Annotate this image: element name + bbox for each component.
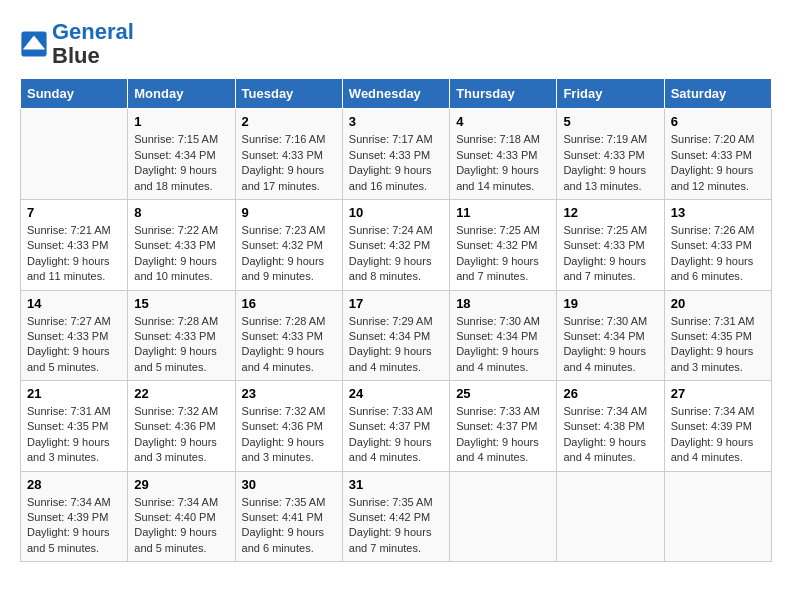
calendar-cell: 11 Sunrise: 7:25 AM Sunset: 4:32 PM Dayl… xyxy=(450,199,557,290)
day-number: 26 xyxy=(563,386,657,401)
calendar-cell: 18 Sunrise: 7:30 AM Sunset: 4:34 PM Dayl… xyxy=(450,290,557,381)
day-header-saturday: Saturday xyxy=(664,79,771,109)
calendar-cell: 25 Sunrise: 7:33 AM Sunset: 4:37 PM Dayl… xyxy=(450,381,557,472)
day-number: 4 xyxy=(456,114,550,129)
calendar-cell: 24 Sunrise: 7:33 AM Sunset: 4:37 PM Dayl… xyxy=(342,381,449,472)
calendar-cell xyxy=(557,471,664,562)
calendar-cell xyxy=(21,109,128,200)
calendar-cell xyxy=(664,471,771,562)
calendar-cell: 22 Sunrise: 7:32 AM Sunset: 4:36 PM Dayl… xyxy=(128,381,235,472)
calendar-cell: 3 Sunrise: 7:17 AM Sunset: 4:33 PM Dayli… xyxy=(342,109,449,200)
calendar-cell: 1 Sunrise: 7:15 AM Sunset: 4:34 PM Dayli… xyxy=(128,109,235,200)
calendar-week-2: 7 Sunrise: 7:21 AM Sunset: 4:33 PM Dayli… xyxy=(21,199,772,290)
page-header: General Blue xyxy=(20,20,772,68)
calendar-cell: 9 Sunrise: 7:23 AM Sunset: 4:32 PM Dayli… xyxy=(235,199,342,290)
day-number: 11 xyxy=(456,205,550,220)
day-number: 7 xyxy=(27,205,121,220)
logo-icon xyxy=(20,30,48,58)
calendar-cell: 8 Sunrise: 7:22 AM Sunset: 4:33 PM Dayli… xyxy=(128,199,235,290)
day-number: 9 xyxy=(242,205,336,220)
calendar-week-3: 14 Sunrise: 7:27 AM Sunset: 4:33 PM Dayl… xyxy=(21,290,772,381)
day-number: 20 xyxy=(671,296,765,311)
day-info: Sunrise: 7:17 AM Sunset: 4:33 PM Dayligh… xyxy=(349,132,443,194)
day-number: 16 xyxy=(242,296,336,311)
logo: General Blue xyxy=(20,20,134,68)
calendar-week-1: 1 Sunrise: 7:15 AM Sunset: 4:34 PM Dayli… xyxy=(21,109,772,200)
day-number: 29 xyxy=(134,477,228,492)
day-info: Sunrise: 7:16 AM Sunset: 4:33 PM Dayligh… xyxy=(242,132,336,194)
day-number: 15 xyxy=(134,296,228,311)
day-info: Sunrise: 7:32 AM Sunset: 4:36 PM Dayligh… xyxy=(242,404,336,466)
day-number: 27 xyxy=(671,386,765,401)
day-number: 25 xyxy=(456,386,550,401)
calendar-cell: 30 Sunrise: 7:35 AM Sunset: 4:41 PM Dayl… xyxy=(235,471,342,562)
day-number: 10 xyxy=(349,205,443,220)
day-info: Sunrise: 7:35 AM Sunset: 4:42 PM Dayligh… xyxy=(349,495,443,557)
day-info: Sunrise: 7:31 AM Sunset: 4:35 PM Dayligh… xyxy=(27,404,121,466)
calendar-body: 1 Sunrise: 7:15 AM Sunset: 4:34 PM Dayli… xyxy=(21,109,772,562)
calendar-cell: 28 Sunrise: 7:34 AM Sunset: 4:39 PM Dayl… xyxy=(21,471,128,562)
day-info: Sunrise: 7:34 AM Sunset: 4:39 PM Dayligh… xyxy=(27,495,121,557)
day-info: Sunrise: 7:35 AM Sunset: 4:41 PM Dayligh… xyxy=(242,495,336,557)
day-info: Sunrise: 7:26 AM Sunset: 4:33 PM Dayligh… xyxy=(671,223,765,285)
day-header-thursday: Thursday xyxy=(450,79,557,109)
calendar-cell: 31 Sunrise: 7:35 AM Sunset: 4:42 PM Dayl… xyxy=(342,471,449,562)
day-info: Sunrise: 7:20 AM Sunset: 4:33 PM Dayligh… xyxy=(671,132,765,194)
calendar-cell: 27 Sunrise: 7:34 AM Sunset: 4:39 PM Dayl… xyxy=(664,381,771,472)
day-info: Sunrise: 7:24 AM Sunset: 4:32 PM Dayligh… xyxy=(349,223,443,285)
calendar-cell: 17 Sunrise: 7:29 AM Sunset: 4:34 PM Dayl… xyxy=(342,290,449,381)
day-number: 23 xyxy=(242,386,336,401)
calendar-week-4: 21 Sunrise: 7:31 AM Sunset: 4:35 PM Dayl… xyxy=(21,381,772,472)
day-info: Sunrise: 7:19 AM Sunset: 4:33 PM Dayligh… xyxy=(563,132,657,194)
day-number: 2 xyxy=(242,114,336,129)
calendar-cell: 10 Sunrise: 7:24 AM Sunset: 4:32 PM Dayl… xyxy=(342,199,449,290)
day-number: 1 xyxy=(134,114,228,129)
calendar-cell: 29 Sunrise: 7:34 AM Sunset: 4:40 PM Dayl… xyxy=(128,471,235,562)
day-number: 31 xyxy=(349,477,443,492)
day-info: Sunrise: 7:29 AM Sunset: 4:34 PM Dayligh… xyxy=(349,314,443,376)
day-info: Sunrise: 7:27 AM Sunset: 4:33 PM Dayligh… xyxy=(27,314,121,376)
day-number: 24 xyxy=(349,386,443,401)
calendar-cell xyxy=(450,471,557,562)
day-number: 12 xyxy=(563,205,657,220)
day-number: 22 xyxy=(134,386,228,401)
day-header-wednesday: Wednesday xyxy=(342,79,449,109)
day-info: Sunrise: 7:28 AM Sunset: 4:33 PM Dayligh… xyxy=(242,314,336,376)
calendar-cell: 13 Sunrise: 7:26 AM Sunset: 4:33 PM Dayl… xyxy=(664,199,771,290)
calendar-cell: 19 Sunrise: 7:30 AM Sunset: 4:34 PM Dayl… xyxy=(557,290,664,381)
day-info: Sunrise: 7:15 AM Sunset: 4:34 PM Dayligh… xyxy=(134,132,228,194)
day-number: 28 xyxy=(27,477,121,492)
calendar-cell: 2 Sunrise: 7:16 AM Sunset: 4:33 PM Dayli… xyxy=(235,109,342,200)
day-info: Sunrise: 7:34 AM Sunset: 4:39 PM Dayligh… xyxy=(671,404,765,466)
calendar-cell: 23 Sunrise: 7:32 AM Sunset: 4:36 PM Dayl… xyxy=(235,381,342,472)
logo-text: General Blue xyxy=(52,20,134,68)
day-info: Sunrise: 7:28 AM Sunset: 4:33 PM Dayligh… xyxy=(134,314,228,376)
calendar-cell: 4 Sunrise: 7:18 AM Sunset: 4:33 PM Dayli… xyxy=(450,109,557,200)
calendar-cell: 12 Sunrise: 7:25 AM Sunset: 4:33 PM Dayl… xyxy=(557,199,664,290)
calendar-cell: 16 Sunrise: 7:28 AM Sunset: 4:33 PM Dayl… xyxy=(235,290,342,381)
calendar-cell: 6 Sunrise: 7:20 AM Sunset: 4:33 PM Dayli… xyxy=(664,109,771,200)
day-info: Sunrise: 7:18 AM Sunset: 4:33 PM Dayligh… xyxy=(456,132,550,194)
day-info: Sunrise: 7:22 AM Sunset: 4:33 PM Dayligh… xyxy=(134,223,228,285)
day-info: Sunrise: 7:33 AM Sunset: 4:37 PM Dayligh… xyxy=(456,404,550,466)
day-number: 21 xyxy=(27,386,121,401)
day-number: 6 xyxy=(671,114,765,129)
calendar-cell: 5 Sunrise: 7:19 AM Sunset: 4:33 PM Dayli… xyxy=(557,109,664,200)
day-number: 17 xyxy=(349,296,443,311)
day-info: Sunrise: 7:30 AM Sunset: 4:34 PM Dayligh… xyxy=(456,314,550,376)
calendar-header-row: SundayMondayTuesdayWednesdayThursdayFrid… xyxy=(21,79,772,109)
calendar-cell: 15 Sunrise: 7:28 AM Sunset: 4:33 PM Dayl… xyxy=(128,290,235,381)
day-info: Sunrise: 7:21 AM Sunset: 4:33 PM Dayligh… xyxy=(27,223,121,285)
day-info: Sunrise: 7:33 AM Sunset: 4:37 PM Dayligh… xyxy=(349,404,443,466)
day-number: 8 xyxy=(134,205,228,220)
day-info: Sunrise: 7:31 AM Sunset: 4:35 PM Dayligh… xyxy=(671,314,765,376)
calendar-cell: 14 Sunrise: 7:27 AM Sunset: 4:33 PM Dayl… xyxy=(21,290,128,381)
calendar-week-5: 28 Sunrise: 7:34 AM Sunset: 4:39 PM Dayl… xyxy=(21,471,772,562)
day-info: Sunrise: 7:32 AM Sunset: 4:36 PM Dayligh… xyxy=(134,404,228,466)
calendar-cell: 21 Sunrise: 7:31 AM Sunset: 4:35 PM Dayl… xyxy=(21,381,128,472)
day-header-monday: Monday xyxy=(128,79,235,109)
day-info: Sunrise: 7:23 AM Sunset: 4:32 PM Dayligh… xyxy=(242,223,336,285)
day-header-sunday: Sunday xyxy=(21,79,128,109)
day-number: 19 xyxy=(563,296,657,311)
calendar-table: SundayMondayTuesdayWednesdayThursdayFrid… xyxy=(20,78,772,562)
